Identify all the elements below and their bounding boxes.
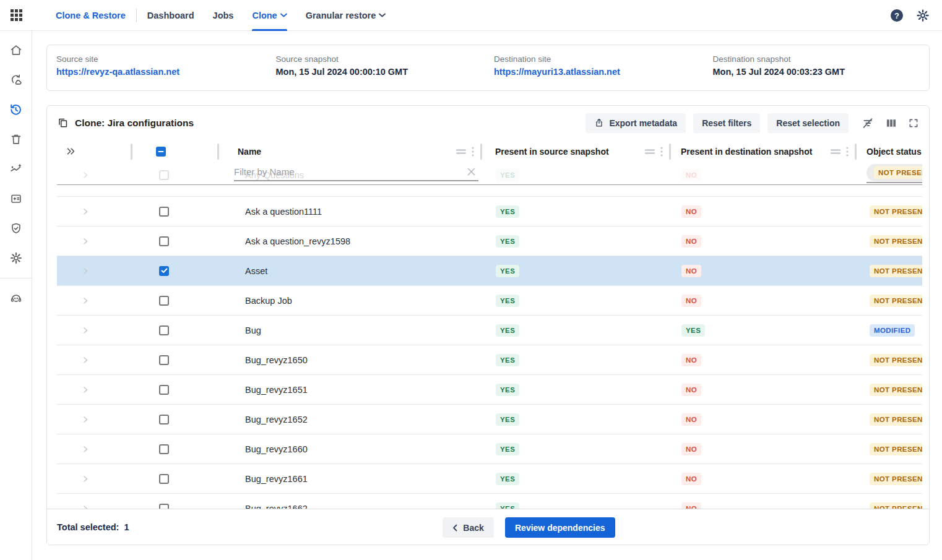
row-checkbox[interactable] xyxy=(159,474,169,484)
source-badge: YES xyxy=(496,265,519,277)
row-name: Bug_revyz1651 xyxy=(218,385,308,395)
reset-selection-button[interactable]: Reset selection xyxy=(767,113,849,133)
column-menu-icon[interactable] xyxy=(846,147,849,157)
source-site-link[interactable]: https://revyz-qa.atlassian.net xyxy=(56,67,276,77)
row-name: Backup Job xyxy=(218,296,292,306)
source-badge: YES xyxy=(496,443,519,455)
table-row[interactable]: Bug_revyz1661 YES NO NOT PRESENT O xyxy=(57,464,922,494)
select-all-checkbox[interactable] xyxy=(156,147,166,157)
row-expand-icon[interactable] xyxy=(82,327,132,334)
clone-history-icon[interactable] xyxy=(0,95,32,124)
backup-restore-icon[interactable] xyxy=(0,65,32,95)
help-icon[interactable]: ? xyxy=(890,9,904,22)
column-filter-icon[interactable] xyxy=(456,148,466,155)
row-expand-icon[interactable] xyxy=(82,267,132,275)
row-checkbox[interactable] xyxy=(159,236,169,246)
source-badge: YES xyxy=(496,205,519,218)
home-icon[interactable] xyxy=(0,35,32,65)
column-header-status[interactable]: Object status xyxy=(856,147,922,157)
row-expand-icon[interactable] xyxy=(82,386,132,394)
table-row[interactable]: Ask a question1111 YES NO NOT PRESENT O xyxy=(57,197,922,226)
table-row[interactable]: Backup Job YES NO NOT PRESENT O xyxy=(57,286,922,316)
chevron-down-icon xyxy=(280,13,287,17)
row-checkbox[interactable] xyxy=(159,415,169,424)
source-badge: YES xyxy=(496,354,519,366)
column-menu-icon[interactable] xyxy=(472,147,474,157)
clear-filter-icon[interactable] xyxy=(467,167,478,176)
nav-item-granular-restore[interactable]: Granular restore xyxy=(306,0,386,31)
collapse-columns-icon[interactable] xyxy=(66,146,76,157)
row-expand-icon[interactable] xyxy=(82,297,132,304)
name-filter-input[interactable] xyxy=(234,166,467,177)
destination-badge: NO xyxy=(681,473,701,485)
table-row[interactable]: Bug_revyz1660 YES NO NOT PRESENT O xyxy=(57,434,922,464)
review-dependencies-button[interactable]: Review dependencies xyxy=(505,517,615,538)
app-grid-icon[interactable] xyxy=(10,9,23,22)
export-metadata-button[interactable]: Export metadata xyxy=(586,113,686,133)
row-checkbox[interactable] xyxy=(159,355,169,365)
row-name: Bug_revyz1650 xyxy=(218,355,308,365)
table-row[interactable]: Bug_revyz1651 YES NO NOT PRESENT O xyxy=(57,375,922,405)
column-separator xyxy=(131,144,132,160)
table-row[interactable]: Bug YES YES MODIFIED xyxy=(57,316,922,345)
column-header-source[interactable]: Present in source snapshot xyxy=(482,147,609,157)
row-expand-icon[interactable] xyxy=(82,238,132,245)
destination-site-link[interactable]: https://mayuri13.atlassian.net xyxy=(494,67,713,77)
row-name: Bug_revyz1661 xyxy=(218,474,308,484)
reset-filters-button[interactable]: Reset filters xyxy=(693,113,760,133)
columns-icon[interactable] xyxy=(885,117,897,129)
column-separator xyxy=(480,144,482,160)
column-filter-icon[interactable] xyxy=(831,148,840,155)
brand-link[interactable]: Clone & Restore xyxy=(56,11,126,20)
nav-item-jobs[interactable]: Jobs xyxy=(213,0,234,31)
shield-check-icon[interactable] xyxy=(0,213,32,243)
destination-badge: NO xyxy=(681,295,701,307)
fullscreen-icon[interactable] xyxy=(908,118,919,129)
destination-badge: NO xyxy=(681,354,701,366)
column-filter-icon[interactable] xyxy=(645,148,655,155)
status-filter-select[interactable]: NOT PRESENT xyxy=(866,163,922,183)
column-header-destination[interactable]: Present in destination snapshot xyxy=(670,147,812,157)
table-row[interactable]: Bug_revyz1652 YES NO NOT PRESENT O xyxy=(57,405,922,434)
clone-configurations-card: Clone: Jira configurations Export metada… xyxy=(46,105,930,545)
top-bar: Clone & Restore Dashboard Jobs Clone Gra… xyxy=(0,0,942,31)
destination-snapshot-label: Destination snapshot xyxy=(713,54,930,64)
source-snapshot-label: Source snapshot xyxy=(276,54,495,64)
source-snapshot-value: Mon, 15 Jul 2024 00:00:10 GMT xyxy=(276,67,495,77)
filter-off-icon[interactable] xyxy=(861,116,875,130)
destination-snapshot-value: Mon, 15 Jul 2024 00:03:23 GMT xyxy=(713,67,930,77)
id-badge-icon[interactable] xyxy=(0,184,32,213)
nav-item-dashboard[interactable]: Dashboard xyxy=(147,0,194,31)
row-name: Asset xyxy=(218,266,267,276)
settings-icon[interactable] xyxy=(0,243,32,273)
table-row[interactable]: Bug_revyz1650 YES NO NOT PRESENT O xyxy=(57,345,922,375)
nav-item-clone[interactable]: Clone xyxy=(252,0,287,31)
row-expand-icon[interactable] xyxy=(82,446,132,453)
source-badge: YES xyxy=(496,502,519,509)
support-headset-icon[interactable] xyxy=(0,283,32,313)
row-expand-icon[interactable] xyxy=(82,356,132,364)
table-row[interactable]: Asset YES NO NOT PRESENT O xyxy=(57,256,922,286)
row-checkbox[interactable] xyxy=(159,325,169,335)
row-expand-icon[interactable] xyxy=(82,208,132,215)
source-badge: YES xyxy=(496,324,519,337)
trash-icon[interactable] xyxy=(0,124,32,154)
settings-gear-icon[interactable] xyxy=(916,9,930,22)
analytics-icon[interactable] xyxy=(0,154,32,184)
row-checkbox[interactable] xyxy=(159,385,169,395)
table-footer: Total selected: 1 Back Review dependenci… xyxy=(47,509,929,545)
row-checkbox[interactable] xyxy=(159,207,169,217)
row-checkbox[interactable] xyxy=(159,504,169,509)
column-header-name[interactable]: Name xyxy=(218,147,261,157)
status-filter-chip[interactable]: NOT PRESENT xyxy=(874,166,922,179)
row-checkbox[interactable] xyxy=(159,444,169,454)
back-button[interactable]: Back xyxy=(443,517,494,538)
row-expand-icon[interactable] xyxy=(82,416,132,423)
status-badge: NOT PRESENT O xyxy=(870,473,922,485)
row-expand-icon[interactable] xyxy=(82,475,132,483)
table-row[interactable]: Bug_revyz1662 YES NO NOT PRESENT O xyxy=(57,494,922,509)
row-checkbox[interactable] xyxy=(159,266,169,276)
column-menu-icon[interactable] xyxy=(660,147,663,157)
row-checkbox[interactable] xyxy=(159,296,169,306)
table-row[interactable]: Ask a question_revyz1598 YES NO NOT PRES… xyxy=(57,226,922,256)
